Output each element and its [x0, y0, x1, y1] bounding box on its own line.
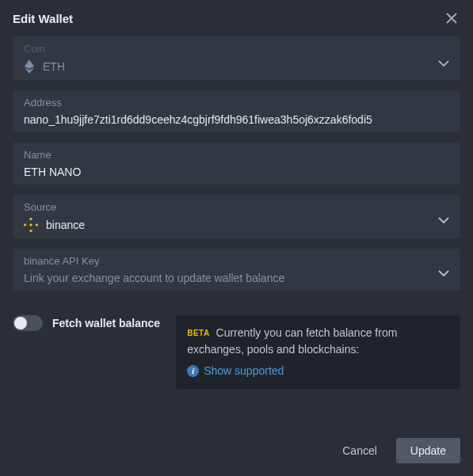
coin-value: ETH: [43, 60, 65, 73]
svg-rect-1: [29, 229, 32, 232]
source-field[interactable]: Source binance: [13, 195, 460, 238]
beta-badge: BETA: [187, 329, 209, 337]
toggle-group: Fetch wallet balance: [13, 315, 160, 331]
show-supported-link[interactable]: Show supported: [204, 363, 284, 379]
modal-footer: Cancel Update: [13, 425, 460, 463]
toggle-knob: [14, 317, 27, 329]
chevron-down-icon: [438, 217, 449, 223]
address-label: Address: [24, 97, 449, 109]
name-field[interactable]: Name ETH NANO: [13, 143, 460, 185]
close-icon[interactable]: [443, 10, 460, 27]
ethereum-icon: [24, 59, 35, 74]
binance-icon: [24, 218, 38, 232]
info-link-row: i Show supported: [187, 363, 449, 379]
modal-header: Edit Wallet: [13, 5, 460, 36]
source-label: Source: [24, 201, 449, 213]
info-icon: i: [187, 365, 199, 377]
edit-wallet-modal: Edit Wallet Coin ETH Address nano_1hu9jj…: [0, 0, 473, 476]
svg-rect-3: [35, 223, 38, 227]
coin-field[interactable]: Coin ETH: [13, 36, 460, 80]
name-value: ETH NANO: [24, 166, 449, 178]
svg-rect-0: [29, 218, 32, 221]
svg-rect-4: [29, 223, 32, 227]
api-key-placeholder: Link your exchange account to update wal…: [24, 272, 449, 284]
api-key-label: binance API Key: [24, 255, 449, 267]
fetch-balance-toggle[interactable]: [13, 315, 43, 331]
chevron-down-icon: [438, 60, 449, 67]
name-label: Name: [24, 149, 449, 161]
fetch-balance-row: Fetch wallet balance BETA Currently you …: [13, 315, 460, 389]
source-value: binance: [46, 219, 85, 231]
chevron-down-icon: [438, 270, 449, 276]
update-button[interactable]: Update: [396, 438, 460, 463]
api-key-field[interactable]: binance API Key Link your exchange accou…: [13, 249, 460, 291]
modal-title: Edit Wallet: [13, 12, 73, 25]
coin-label: Coin: [24, 43, 449, 55]
info-text: Currently you can fetch balance from exc…: [187, 326, 397, 356]
address-field[interactable]: Address nano_1hu9jjfe7zti1rd6dd9ceehz4cg…: [13, 90, 460, 132]
coin-value-row: ETH: [24, 59, 449, 74]
svg-rect-2: [24, 223, 27, 227]
address-value: nano_1hu9jjfe7zti1rd6dd9ceehz4cgbjrf9fdh…: [24, 113, 449, 126]
source-value-row: binance: [24, 218, 449, 232]
info-box: BETA Currently you can fetch balance fro…: [176, 315, 460, 389]
cancel-button[interactable]: Cancel: [334, 438, 385, 463]
fetch-balance-label: Fetch wallet balance: [52, 317, 160, 329]
